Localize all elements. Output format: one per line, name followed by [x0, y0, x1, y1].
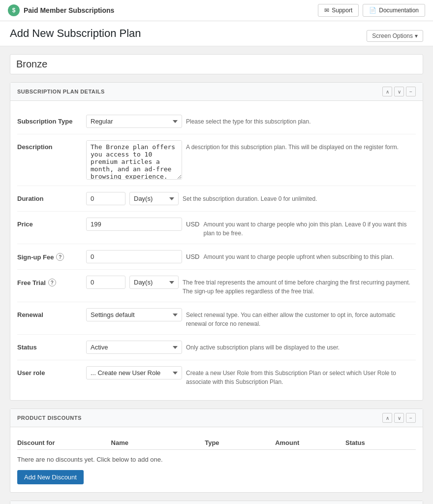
- page-title: Add New Subscription Plan: [10, 27, 141, 40]
- field-user-role: User role ... Create new User Role Subsc…: [17, 360, 416, 392]
- add-new-discount-button[interactable]: Add New Discount: [17, 470, 84, 484]
- subscription-details-panel: SUBSCRIPTION PLAN DETAILS ∧ ∨ − Subscrip…: [10, 82, 423, 401]
- no-discounts-message: There are no discounts yet. Click below …: [17, 450, 416, 470]
- label-description: Description: [17, 140, 86, 151]
- documentation-button[interactable]: 📄 Documentation: [363, 4, 425, 17]
- signup-fee-input[interactable]: [86, 250, 182, 263]
- price-input[interactable]: [86, 218, 182, 231]
- signup-fee-help-icon[interactable]: ?: [56, 253, 64, 261]
- label-duration: Duration: [17, 192, 86, 202]
- hint-price: Amount you want to charge people who joi…: [203, 218, 416, 238]
- control-area-duration: Day(s) Week(s) Month(s) Year(s) Set the …: [86, 192, 416, 205]
- label-signup-fee: Sign-up Fee ?: [17, 250, 86, 261]
- control-area-user-role: ... Create new User Role Subscriber Edit…: [86, 366, 416, 386]
- field-status: Status Active Inactive Only active subsc…: [17, 335, 416, 360]
- panel-header-discounts: PRODUCT DISCOUNTS ∧ ∨ −: [10, 409, 423, 427]
- label-price: Price: [17, 218, 86, 228]
- panel-body-discounts: Discount for Name Type Amount Status The…: [10, 427, 423, 492]
- top-bar: $ Paid Member Subscriptions ✉ Support 📄 …: [0, 0, 433, 21]
- discounts-panel-down-btn[interactable]: ∨: [394, 413, 404, 423]
- control-area-description: The Bronze plan offers you access to 10 …: [86, 140, 416, 180]
- panel-title-details: SUBSCRIPTION PLAN DETAILS: [17, 89, 105, 94]
- panel-header-details: SUBSCRIPTION PLAN DETAILS ∧ ∨ −: [10, 83, 423, 101]
- duration-input[interactable]: [86, 192, 125, 205]
- col-header-name: Name: [111, 439, 205, 446]
- signup-fee-currency: USD: [186, 250, 199, 260]
- discount-table-header: Discount for Name Type Amount Status: [17, 435, 416, 450]
- field-signup-fee: Sign-up Fee ? USD Amount you want to cha…: [17, 244, 416, 270]
- field-subscription-type: Subscription Type Regular Fixed Dates Pl…: [17, 109, 416, 134]
- col-header-status: Status: [345, 439, 416, 446]
- field-renewal: Renewal Settings default Opt in Automati…: [17, 302, 416, 335]
- control-area-free-trial: Day(s) Week(s) Month(s) Year(s) The free…: [86, 276, 416, 296]
- screen-options-button[interactable]: Screen Options ▾: [367, 30, 423, 42]
- hint-renewal: Select renewal type. You can either allo…: [186, 308, 416, 328]
- hint-signup-fee: Amount you want to charge people upfront…: [203, 250, 416, 261]
- control-area-price: USD Amount you want to charge people who…: [86, 218, 416, 238]
- page-header: Add New Subscription Plan Screen Options…: [0, 21, 433, 46]
- col-header-type: Type: [205, 439, 275, 446]
- panel-title-discounts: PRODUCT DISCOUNTS: [17, 415, 82, 421]
- main-content: SUBSCRIPTION PLAN DETAILS ∧ ∨ − Subscrip…: [0, 46, 433, 504]
- description-textarea[interactable]: The Bronze plan offers you access to 10 …: [86, 140, 182, 180]
- hint-description: A description for this subscription plan…: [186, 140, 416, 152]
- support-button[interactable]: ✉ Support: [318, 4, 359, 17]
- product-discounts-panel: PRODUCT DISCOUNTS ∧ ∨ − Discount for Nam…: [10, 409, 423, 493]
- discounts-panel-minimize-btn[interactable]: −: [406, 413, 416, 423]
- control-area-signup-fee: USD Amount you want to charge people upf…: [86, 250, 416, 263]
- label-renewal: Renewal: [17, 308, 86, 318]
- discounts-panel-up-btn[interactable]: ∧: [382, 413, 392, 423]
- panel-controls: ∧ ∨ −: [382, 87, 416, 96]
- free-trial-input[interactable]: [86, 276, 125, 289]
- label-user-role: User role: [17, 366, 86, 377]
- field-free-trial: Free Trial ? Day(s) Week(s) Month(s) Yea…: [17, 270, 416, 302]
- price-currency: USD: [186, 218, 199, 228]
- panel-body-details: Subscription Type Regular Fixed Dates Pl…: [10, 101, 423, 400]
- field-price: Price USD Amount you want to charge peop…: [17, 212, 416, 244]
- logo-text: Paid Member Subscriptions: [24, 6, 114, 14]
- field-duration: Duration Day(s) Week(s) Month(s) Year(s)…: [17, 186, 416, 212]
- col-header-amount: Amount: [275, 439, 345, 446]
- chevron-down-icon: ▾: [415, 32, 418, 39]
- logo-icon: $: [8, 4, 20, 16]
- publish-panel: PUBLISH ∧ ∨ − Save Subscription: [10, 501, 423, 504]
- label-free-trial: Free Trial ?: [17, 276, 86, 286]
- label-status: Status: [17, 341, 86, 351]
- panel-collapse-down-btn[interactable]: ∨: [394, 87, 404, 96]
- label-subscription-type: Subscription Type: [17, 115, 86, 125]
- subscription-type-select[interactable]: Regular Fixed Dates: [86, 115, 182, 128]
- col-header-discount-for: Discount for: [17, 439, 111, 446]
- control-area-status: Active Inactive Only active subscription…: [86, 341, 416, 354]
- duration-unit-select[interactable]: Day(s) Week(s) Month(s) Year(s): [129, 192, 179, 205]
- control-area-renewal: Settings default Opt in Automatic No ren…: [86, 308, 416, 328]
- panel-collapse-up-btn[interactable]: ∧: [382, 87, 392, 96]
- control-area-subscription-type: Regular Fixed Dates Please select the ty…: [86, 115, 416, 128]
- hint-subscription-type: Please select the type for this subscrip…: [186, 115, 416, 126]
- hint-status: Only active subscription plans will be d…: [186, 341, 416, 352]
- free-trial-help-icon[interactable]: ?: [48, 279, 56, 286]
- hint-free-trial: The free trial represents the amount of …: [183, 276, 416, 296]
- user-role-select[interactable]: ... Create new User Role Subscriber Edit…: [86, 366, 182, 379]
- panel-minimize-btn[interactable]: −: [406, 87, 416, 96]
- doc-icon: 📄: [369, 7, 376, 14]
- email-icon: ✉: [324, 7, 329, 14]
- hint-user-role: Create a new User Role from this Subscri…: [186, 366, 416, 386]
- status-select[interactable]: Active Inactive: [86, 341, 182, 354]
- logo: $ Paid Member Subscriptions: [8, 4, 114, 16]
- renewal-select[interactable]: Settings default Opt in Automatic No ren…: [86, 308, 182, 321]
- panel-header-publish: PUBLISH ∧ ∨ −: [10, 501, 423, 504]
- field-description: Description The Bronze plan offers you a…: [17, 134, 416, 186]
- free-trial-unit-select[interactable]: Day(s) Week(s) Month(s) Year(s): [129, 276, 179, 289]
- hint-duration: Set the subscription duration. Leave 0 f…: [183, 192, 416, 203]
- plan-name-input[interactable]: [10, 54, 423, 74]
- top-bar-actions: ✉ Support 📄 Documentation: [318, 4, 425, 17]
- panel-controls-discounts: ∧ ∨ −: [382, 413, 416, 423]
